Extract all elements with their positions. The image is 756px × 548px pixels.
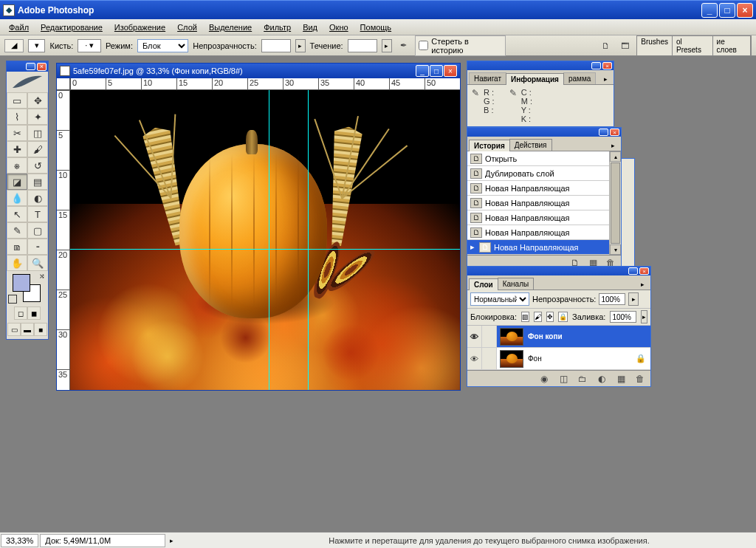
layer-thumbnail[interactable]	[500, 328, 523, 346]
layer-row[interactable]: 👁 Фон 🔒	[467, 348, 650, 370]
tab-channels[interactable]: Каналы	[498, 278, 535, 290]
layers-panel-close[interactable]: ×	[639, 267, 649, 275]
erase-to-history-checkbox[interactable]: Стереть в историю	[415, 35, 505, 56]
wand-tool[interactable]: ✦	[27, 109, 48, 125]
menu-select[interactable]: Выделение	[203, 21, 258, 33]
blur-tool[interactable]: 💧	[7, 190, 27, 206]
brush-picker[interactable]: · ▾	[78, 39, 101, 52]
default-colors-icon[interactable]	[8, 295, 17, 304]
layer-name[interactable]: Фон копи	[526, 332, 650, 340]
screen-full[interactable]: ■	[34, 323, 47, 336]
dodge-tool[interactable]: ◐	[27, 190, 48, 206]
mode-select[interactable]: Блок	[137, 39, 188, 52]
erase-history-check[interactable]	[419, 41, 428, 50]
layer-visibility-icon[interactable]: 👁	[467, 348, 482, 369]
info-panel-menu[interactable]: ▸	[600, 74, 611, 84]
blend-mode-select[interactable]: Нормальный	[470, 292, 529, 306]
ruler-vertical[interactable]: 05101520253035	[57, 90, 70, 390]
zoom-tool[interactable]: 🔍	[27, 255, 48, 271]
window-minimize-button[interactable]: _	[701, 3, 718, 18]
well-tab-layers[interactable]: ие слоев	[713, 36, 751, 55]
history-item[interactable]: 🗋Новая Направляющая	[467, 210, 609, 225]
layers-panel-minimize[interactable]: _	[628, 267, 638, 275]
tab-layers[interactable]: Слои	[469, 278, 498, 290]
info-panel-minimize[interactable]: _	[591, 62, 601, 69]
doc-maximize-button[interactable]: □	[430, 65, 443, 77]
doc-minimize-button[interactable]: _	[416, 65, 429, 77]
tab-history[interactable]: История	[469, 140, 510, 151]
info-panel-close[interactable]: ×	[602, 62, 612, 69]
foreground-color[interactable]	[13, 274, 30, 292]
new-layer-icon[interactable]: ▦	[615, 374, 627, 384]
menu-filter[interactable]: Фильтр	[258, 21, 297, 33]
layer-link-cell[interactable]	[482, 326, 497, 347]
docsize-readout[interactable]: Док: 5,49М/11,0М	[40, 534, 165, 547]
move-tool[interactable]: ✥	[27, 92, 48, 109]
pen-tool[interactable]: ✎	[7, 222, 27, 239]
new-set-icon[interactable]: 🗀	[577, 374, 588, 384]
shape-tool[interactable]: ▢	[27, 222, 48, 239]
quickmask-off[interactable]: ◻	[14, 306, 27, 320]
history-brush-tool[interactable]: ↺	[27, 157, 48, 174]
well-tab-presets[interactable]: ol Presets	[673, 36, 713, 55]
layer-name[interactable]: Фон	[526, 355, 636, 363]
history-item[interactable]: 🗋Новая Направляющая	[467, 225, 609, 240]
slice-tool[interactable]: ◫	[27, 125, 48, 141]
tab-info[interactable]: Информация	[506, 73, 564, 85]
palette-dock-icon[interactable]: 🗔	[618, 38, 633, 53]
history-item[interactable]: 🗋Новая Направляющая	[467, 181, 609, 196]
fill-arrow[interactable]: ▸	[641, 310, 647, 323]
history-scrollbar[interactable]: ▴ ▾	[609, 151, 621, 255]
fill-input[interactable]	[610, 311, 636, 323]
menu-image[interactable]: Изображение	[109, 21, 171, 33]
tab-navigator[interactable]: Навигат	[469, 72, 506, 84]
layer-link-cell[interactable]	[482, 348, 497, 369]
menu-layer[interactable]: Слой	[171, 21, 203, 33]
tool-preset-dropdown[interactable]: ▾	[28, 39, 46, 52]
swap-colors-icon[interactable]: ⤭	[39, 273, 45, 280]
lock-all-icon[interactable]: 🔒	[558, 312, 568, 322]
layers-panel-menu[interactable]: ▸	[637, 279, 647, 290]
notes-tool[interactable]: 🗈	[7, 239, 27, 255]
canvas[interactable]	[70, 90, 460, 390]
quickmask-on[interactable]: ◼	[27, 306, 41, 320]
toolbox-close-button[interactable]: ×	[37, 63, 47, 71]
history-panel-minimize[interactable]: _	[599, 129, 608, 136]
menu-edit[interactable]: Редактирование	[35, 21, 109, 33]
stamp-tool[interactable]: ⎈	[7, 157, 27, 174]
layer-thumbnail[interactable]	[500, 350, 523, 368]
flow-arrow[interactable]: ▸	[382, 39, 392, 52]
guide-vertical[interactable]	[308, 90, 309, 390]
path-tool[interactable]: ↖	[7, 206, 27, 222]
scroll-thumb[interactable]	[611, 162, 620, 244]
eyedropper-tool[interactable]: ⁃	[27, 239, 48, 255]
layer-row[interactable]: 👁 Фон копи	[467, 326, 650, 348]
ruler-origin[interactable]	[57, 78, 70, 90]
history-item[interactable]: 🗋Открыть	[467, 151, 609, 166]
history-panel-close[interactable]: ×	[610, 129, 619, 136]
menu-window[interactable]: Окно	[323, 21, 354, 33]
window-maximize-button[interactable]: □	[719, 3, 735, 18]
well-tab-brushes[interactable]: Brushes	[637, 36, 673, 55]
history-item[interactable]: 🗋Дублировать слой	[467, 166, 609, 181]
guide-vertical[interactable]	[269, 90, 269, 390]
document-titlebar[interactable]: ◆ 5afe59fe07ef.jpg @ 33,3% (Фон копи,RGB…	[57, 64, 460, 78]
lock-position-icon[interactable]: ✥	[546, 312, 554, 322]
layer-visibility-icon[interactable]: 👁	[467, 326, 482, 347]
statusbar-menu-arrow[interactable]: ▸	[166, 535, 176, 546]
menu-help[interactable]: Помощь	[354, 21, 398, 33]
lasso-tool[interactable]: ⌇	[7, 109, 27, 125]
doc-close-button[interactable]: ×	[444, 65, 457, 77]
heal-tool[interactable]: ✚	[7, 141, 27, 157]
screen-standard[interactable]: ▭	[7, 323, 21, 336]
airbrush-icon[interactable]: ✒	[396, 38, 411, 53]
eraser-tool[interactable]: ◪	[7, 174, 27, 190]
adjustment-layer-icon[interactable]: ◐	[596, 374, 608, 384]
menu-file[interactable]: Файл	[3, 21, 35, 33]
brush-tool[interactable]: 🖌	[27, 141, 48, 157]
history-item[interactable]: 🗋Новая Направляющая	[467, 196, 609, 210]
opacity-input[interactable]	[261, 39, 291, 52]
crop-tool[interactable]: ✂	[7, 125, 27, 141]
window-close-button[interactable]: ×	[737, 3, 753, 18]
lock-transparency-icon[interactable]: ▨	[521, 312, 529, 322]
